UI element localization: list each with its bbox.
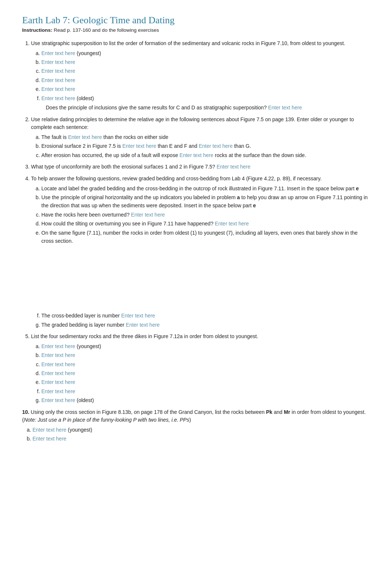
q2a-input[interactable]: Enter text here [68,134,102,140]
q5d-input[interactable]: Enter text here [41,370,75,376]
q4c-input[interactable]: Enter text here [131,212,165,218]
list-item: Enter text here [41,360,370,368]
q5-sub-list: Enter text here (youngest) Enter text he… [31,342,370,405]
q1-sub-list: Enter text here (youngest) Enter text he… [31,49,370,102]
question-10: 10. Using only the cross section in Figu… [22,408,370,443]
q10-note: Note: Just use a P in place of the funny… [24,417,189,423]
q4e-figure-space [56,249,370,308]
q1a-suffix: (youngest) [75,50,101,56]
q1b-input[interactable]: Enter text here [41,59,75,65]
q2b-input2[interactable]: Enter text here [199,143,233,149]
list-item: Enter text here (youngest) [41,342,370,350]
list-item: Enter text here [41,351,370,359]
list-item: Enter text here [41,369,370,377]
q5b-input[interactable]: Enter text here [41,352,75,358]
instructions: Instructions: Read p. 137-160 and do the… [22,27,370,33]
q10-sub-list: Enter text here (youngest) Enter text he… [22,426,370,443]
q2-sub-list: The fault is Enter text here than the ro… [31,133,370,159]
list-item: Enter text here [41,67,370,75]
q1-text: Use stratigraphic superposition to list … [31,40,345,46]
q4-sub-list: Locate and label the graded bedding and … [31,184,370,329]
list-item: Enter text here [41,387,370,395]
q4f-input[interactable]: Enter text here [121,313,155,319]
q5g-input[interactable]: Enter text here [41,397,75,403]
q4b-bold: a [237,194,240,200]
q5-text: List the four sedimentary rocks and the … [31,333,258,339]
q4g-input[interactable]: Enter text here [126,322,160,328]
q4d-input[interactable]: Enter text here [215,221,249,227]
question-3: What type of unconformity are both the e… [31,163,370,171]
q2b-suffix2: than G. [233,143,251,149]
q1-followup: Does the principle of inclusions give th… [46,104,370,112]
q3-text: What type of unconformity are both the e… [31,164,217,170]
q4c-prefix: Have the rocks here been overturned? [41,212,131,218]
question-2: Use relative dating principles to determ… [31,116,370,160]
q10b-input[interactable]: Enter text here [32,436,66,442]
q5e-input[interactable]: Enter text here [41,379,75,385]
q10-text-mid: and [272,409,284,415]
q2c-input[interactable]: Enter text here [179,152,213,158]
q1e-input[interactable]: Enter text here [41,86,75,92]
list-item: Enter text here [41,378,370,386]
list-item: Enter text here (youngest) [32,426,370,434]
q2b-prefix: Erosional surface 2 in Figure 7.5 is [41,143,122,149]
q10-bold2: Mr [284,409,290,415]
list-item: Enter text here [41,58,370,66]
q4-text: To help answer the following questions, … [31,176,321,181]
q1d-input[interactable]: Enter text here [41,77,75,83]
q1f-input[interactable]: Enter text here [41,95,75,101]
q2b-mid: than E and F and [156,143,199,149]
q4d-prefix: How could the tilting or overturning you… [41,221,215,227]
q1-followup-input[interactable]: Enter text here [268,105,302,110]
q2a-prefix: The fault is [41,134,68,140]
q10-num: 10. [22,409,29,415]
q1f-suffix: (oldest) [75,95,94,101]
q4b-bold2: e [253,203,256,208]
q10-text-end: ) [189,417,191,423]
list-item: The graded bedding is layer number Enter… [41,321,370,329]
list-item: The fault is Enter text here than the ro… [41,133,370,141]
list-item: Locate and label the graded bedding and … [41,184,370,193]
list-item: The cross-bedded layer is number Enter t… [41,312,370,320]
q4g-prefix: The graded bedding is layer number [41,322,126,328]
q5g-suffix: (oldest) [75,397,94,403]
instructions-label: Instructions: [22,27,52,33]
list-item: Enter text here (oldest) [41,396,370,404]
list-item: Erosional surface 2 in Figure 7.5 is Ent… [41,142,370,150]
q10a-input[interactable]: Enter text here [32,427,66,433]
list-item: After erosion has occurred, the up side … [41,151,370,159]
list-item: Enter text here [32,435,370,443]
q5a-suffix: (youngest) [75,343,101,349]
q4e-text: On the same figure (7.11), number the ro… [41,230,358,244]
q3-input[interactable]: Enter text here [217,164,251,170]
q1a-input[interactable]: Enter text here [41,50,75,56]
q2a-suffix: than the rocks on either side [102,134,168,140]
q10-bold1: Pk [266,409,272,415]
q4a-bold: e [356,186,359,191]
q1c-input[interactable]: Enter text here [41,68,75,74]
q5f-input[interactable]: Enter text here [41,388,75,394]
list-item: Enter text here (oldest) [41,94,370,102]
q2c-prefix: After erosion has occurred, the up side … [41,152,179,158]
question-5: List the four sedimentary rocks and the … [31,333,370,404]
list-item: Enter text here [41,85,370,93]
q10-text-prefix: Using only the cross section in Figure 8… [31,409,266,415]
q2c-suffix: rocks at the surface than the down side. [213,152,306,158]
list-item: How could the tilting or overturning you… [41,220,370,228]
list-item: Use the principle of original horizontal… [41,193,370,210]
question-1: Use stratigraphic superposition to list … [31,40,370,112]
list-item: On the same figure (7.11), number the ro… [41,229,370,308]
q5c-input[interactable]: Enter text here [41,361,75,367]
main-question-list: Use stratigraphic superposition to list … [22,40,370,405]
q10-list: 10. Using only the cross section in Figu… [22,408,370,443]
q2b-input1[interactable]: Enter text here [122,143,156,149]
list-item: Have the rocks here been overturned? Ent… [41,211,370,219]
q4f-prefix: The cross-bedded layer is number [41,313,121,319]
q2-text: Use relative dating principles to determ… [31,116,354,130]
q10a-suffix: (youngest) [66,427,92,433]
page-title: Earth Lab 7: Geologic Time and Dating [22,15,370,26]
list-item: Enter text here (youngest) [41,49,370,57]
q5a-input[interactable]: Enter text here [41,343,75,349]
question-4: To help answer the following questions, … [31,175,370,329]
list-item: Enter text here [41,76,370,84]
